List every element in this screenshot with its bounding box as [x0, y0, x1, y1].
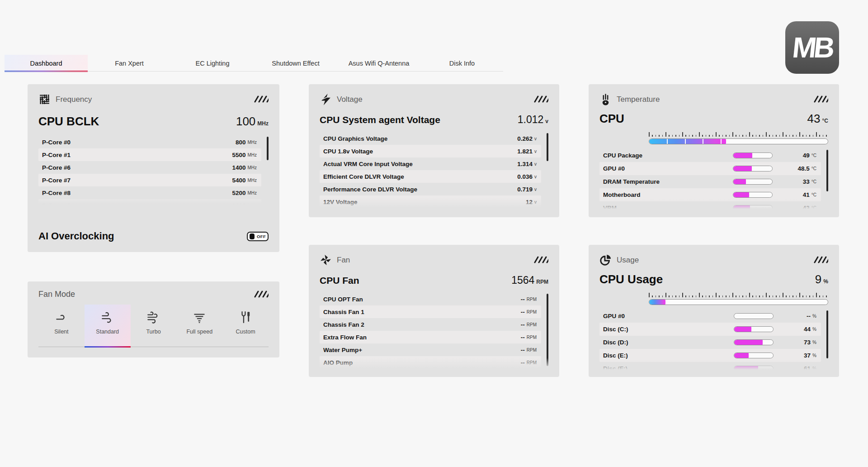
list-item: Disc (D:) 73 % — [599, 336, 821, 349]
row-unit: % — [812, 314, 816, 319]
row-unit: RPM — [527, 348, 537, 353]
list-item: GPU #0 48.5 °C — [599, 162, 821, 175]
main-reading: CPU Usage 9 % — [589, 272, 839, 286]
row-label: P-Core #9 — [42, 202, 71, 206]
tab-shutdown-effect[interactable]: Shutdown Effect — [254, 55, 337, 71]
scrollbar-thumb[interactable] — [826, 150, 828, 191]
card-title: Temperature — [617, 95, 814, 104]
row-unit: °C — [811, 166, 816, 171]
card-menu-icon[interactable] — [254, 291, 269, 298]
mini-progress-bar — [733, 192, 773, 198]
fan-mode-option-silent[interactable]: Silent — [38, 305, 85, 347]
option-label: Custom — [236, 329, 255, 335]
list-item: Disc (E:) 37 % — [599, 349, 821, 362]
main-reading: CPU BCLK 100 MHz — [28, 114, 279, 129]
card-header: Fan Mode — [28, 281, 279, 299]
card-menu-icon[interactable] — [254, 95, 269, 103]
fan-mode-option-full-speed[interactable]: Full speed — [176, 305, 222, 347]
row-value: -- — [521, 347, 525, 353]
tab-separator-line — [5, 71, 503, 71]
list-item: Efficient Core DLVR Voltage 0.036 v — [320, 170, 541, 183]
row-value: -- — [521, 359, 525, 366]
usage-card: Usage CPU Usage 9 % GPU #0 — [589, 245, 839, 377]
list-item: Performance Core DLVR Voltage 0.719 v — [320, 183, 541, 195]
row-value: 5400 — [232, 177, 245, 184]
row-label: P-Core #6 — [42, 164, 71, 171]
card-header: Usage — [589, 245, 839, 266]
row-unit: MHz — [247, 140, 257, 145]
row-label: Disc (D:) — [603, 339, 628, 346]
row-label: P-Core #1 — [42, 152, 71, 158]
tab-disk-info[interactable]: Disk Info — [420, 55, 504, 71]
row-value: 1.314 — [517, 161, 533, 167]
row-label: 12V Voltage — [323, 199, 358, 205]
usage-gradient-bar — [649, 299, 828, 305]
row-label: Chassis Fan 2 — [323, 321, 364, 328]
tab-label: Disk Info — [449, 60, 475, 67]
voltage-card: Voltage CPU System agent Voltage 1.012 v… — [309, 84, 559, 217]
row-label: Performance Core DLVR Voltage — [323, 186, 417, 193]
list-item: AIO Pump -- RPM — [320, 356, 541, 369]
option-label: Turbo — [146, 329, 160, 335]
row-value: -- — [521, 334, 525, 341]
list-item: P-Core #8 5200 MHz — [38, 186, 261, 199]
row-label: Extra Flow Fan — [323, 334, 367, 341]
tab-dashboard[interactable]: Dashboard — [5, 55, 88, 71]
temperature-gradient-bar — [649, 138, 828, 144]
mini-progress-bar — [734, 366, 774, 371]
row-value: 1400 — [232, 202, 245, 206]
ai-overclocking-label: AI Overclocking — [38, 230, 114, 242]
main-value: 100 — [236, 114, 255, 129]
row-label: Water Pump+ — [323, 347, 362, 353]
tab-fan-xpert[interactable]: Fan Xpert — [88, 55, 171, 71]
usage-tick-ruler — [649, 293, 828, 297]
mini-progress-fill — [734, 366, 758, 371]
ai-overclocking-toggle[interactable]: OFF — [247, 232, 269, 241]
row-label: Disc (F:) — [603, 365, 627, 371]
usage-pie-icon — [599, 254, 612, 266]
row-label: Disc (E:) — [603, 352, 628, 359]
fan-mode-option-custom[interactable]: Custom — [222, 305, 269, 347]
scrollbar-thumb[interactable] — [267, 137, 269, 160]
card-menu-icon[interactable] — [814, 95, 828, 103]
wind-triple-icon — [146, 310, 160, 324]
list-item: P-Core #9 1400 MHz — [38, 199, 261, 205]
fan-card: Fan CPU Fan 1564 RPM CPU OPT Fan -- RPM … — [309, 245, 559, 377]
scrollbar-thumb[interactable] — [547, 133, 548, 161]
usage-gradient-fill — [649, 300, 665, 305]
scrollbar-thumb[interactable] — [547, 294, 548, 366]
main-reading: CPU System agent Voltage 1.012 v — [309, 114, 559, 126]
tab-bar: Dashboard Fan Xpert EC Lighting Shutdown… — [5, 55, 504, 71]
row-unit: v — [534, 174, 537, 179]
row-unit: RPM — [527, 322, 537, 327]
temperature-list: CPU Package 49 °C GPU #0 48.5 °C DRAM Te… — [599, 149, 828, 210]
card-menu-icon[interactable] — [814, 256, 828, 264]
card-header: Voltage — [309, 84, 559, 105]
row-label: GPU #0 — [603, 313, 625, 319]
mini-progress-fill — [733, 179, 746, 184]
row-unit: v — [534, 136, 537, 141]
fan-mode-option-standard[interactable]: Standard — [85, 305, 131, 347]
row-unit: MHz — [247, 152, 257, 157]
voltage-list: CPU Graphics Voltage 0.262 v CPU 1.8v Vo… — [320, 132, 548, 209]
row-value: 800 — [236, 139, 246, 146]
mini-progress-bar — [733, 179, 773, 185]
fan-mode-option-turbo[interactable]: Turbo — [131, 305, 177, 347]
tab-asus-wifi-q-antenna[interactable]: Asus Wifi Q-Antenna — [337, 55, 420, 71]
scrollbar-thumb[interactable] — [826, 310, 828, 358]
row-unit: RPM — [527, 360, 537, 365]
card-header: Temperature — [589, 84, 839, 105]
list-item: CPU OPT Fan -- RPM — [320, 293, 541, 305]
main-label: CPU Fan — [320, 275, 359, 286]
list-item: VRM 43 °C — [599, 201, 821, 210]
card-menu-icon[interactable] — [534, 256, 548, 264]
tab-ec-lighting[interactable]: EC Lighting — [171, 55, 254, 71]
row-label: P-Core #8 — [42, 190, 71, 196]
row-value: 43 — [789, 205, 810, 210]
row-value: 33 — [789, 178, 810, 185]
card-menu-icon[interactable] — [534, 95, 548, 103]
row-label: P-Core #0 — [42, 139, 71, 146]
row-value: 44 — [790, 326, 811, 333]
row-label: Chassis Fan 1 — [323, 309, 364, 315]
temperature-tick-ruler — [649, 132, 828, 137]
